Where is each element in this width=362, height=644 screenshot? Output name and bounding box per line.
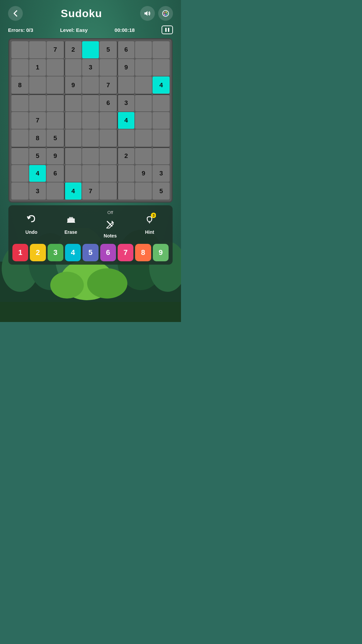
undo-button[interactable]: Undo <box>23 210 40 235</box>
sudoku-cell[interactable] <box>100 165 117 182</box>
sudoku-cell[interactable]: 7 <box>100 76 117 94</box>
sudoku-cell[interactable] <box>47 76 64 94</box>
sudoku-cell[interactable]: 4 <box>64 182 81 200</box>
sudoku-cell[interactable] <box>135 94 152 111</box>
sudoku-cell[interactable] <box>153 41 170 58</box>
sudoku-cell[interactable] <box>64 147 81 164</box>
sudoku-cell[interactable]: 7 <box>47 41 64 58</box>
num-button-6[interactable]: 6 <box>100 244 116 261</box>
sudoku-cell[interactable]: 4 <box>117 112 134 129</box>
sudoku-grid[interactable]: 7256139897463748559246933475 <box>11 41 170 200</box>
sound-button[interactable] <box>140 6 155 21</box>
hint-button[interactable]: 3 Hint <box>141 210 158 235</box>
sudoku-cell[interactable]: 9 <box>117 59 134 76</box>
sudoku-cell[interactable] <box>11 59 28 76</box>
pause-button[interactable] <box>162 25 173 34</box>
sudoku-cell[interactable]: 6 <box>100 94 117 111</box>
sudoku-cell[interactable] <box>153 147 170 164</box>
sudoku-cell[interactable]: 3 <box>29 182 46 200</box>
sudoku-cell[interactable]: 6 <box>47 165 64 182</box>
sudoku-cell[interactable]: 4 <box>29 165 46 182</box>
sudoku-cell[interactable]: 7 <box>82 182 99 200</box>
sudoku-cell[interactable] <box>11 165 28 182</box>
sudoku-cell[interactable] <box>47 112 64 129</box>
sudoku-cell[interactable] <box>135 59 152 76</box>
sudoku-cell[interactable] <box>135 41 152 58</box>
sudoku-cell[interactable]: 2 <box>117 147 134 164</box>
sudoku-cell[interactable]: 9 <box>135 165 152 182</box>
sudoku-cell[interactable] <box>82 41 99 58</box>
back-button[interactable] <box>8 6 23 21</box>
sudoku-cell[interactable] <box>135 76 152 94</box>
sudoku-cell[interactable]: 2 <box>64 41 81 58</box>
sudoku-cell[interactable] <box>117 182 134 200</box>
sudoku-cell[interactable]: 7 <box>29 112 46 129</box>
erase-button[interactable]: Erase <box>62 210 79 235</box>
sudoku-cell[interactable] <box>29 94 46 111</box>
sudoku-cell[interactable] <box>11 129 28 147</box>
sudoku-cell[interactable] <box>100 59 117 76</box>
sudoku-cell[interactable]: 5 <box>47 129 64 147</box>
sudoku-cell[interactable] <box>11 94 28 111</box>
sudoku-cell[interactable] <box>47 59 64 76</box>
sudoku-cell[interactable] <box>64 129 81 147</box>
sudoku-cell[interactable] <box>153 59 170 76</box>
sudoku-cell[interactable]: 6 <box>117 41 134 58</box>
sudoku-cell[interactable] <box>29 41 46 58</box>
sudoku-cell[interactable] <box>117 76 134 94</box>
sudoku-cell[interactable]: 3 <box>117 94 134 111</box>
sudoku-cell[interactable] <box>135 112 152 129</box>
sudoku-cell[interactable] <box>47 182 64 200</box>
sudoku-cell[interactable] <box>11 112 28 129</box>
sudoku-cell[interactable]: 8 <box>11 76 28 94</box>
sudoku-cell[interactable] <box>82 112 99 129</box>
num-button-2[interactable]: 2 <box>30 244 46 261</box>
sudoku-cell[interactable] <box>117 165 134 182</box>
sudoku-cell[interactable] <box>82 94 99 111</box>
sudoku-cell[interactable] <box>64 112 81 129</box>
sudoku-cell[interactable] <box>11 41 28 58</box>
sudoku-cell[interactable] <box>47 94 64 111</box>
sudoku-cell[interactable]: 4 <box>153 76 170 94</box>
sudoku-cell[interactable] <box>82 129 99 147</box>
notes-button[interactable]: Off Notes <box>102 210 119 238</box>
sudoku-cell[interactable] <box>82 165 99 182</box>
num-button-8[interactable]: 8 <box>135 244 151 261</box>
num-button-1[interactable]: 1 <box>12 244 28 261</box>
sudoku-cell[interactable]: 9 <box>47 147 64 164</box>
sudoku-cell[interactable] <box>100 129 117 147</box>
sudoku-cell[interactable] <box>11 147 28 164</box>
num-button-3[interactable]: 3 <box>48 244 63 261</box>
sudoku-cell[interactable] <box>100 182 117 200</box>
sudoku-cell[interactable] <box>100 147 117 164</box>
sudoku-cell[interactable] <box>153 94 170 111</box>
sudoku-cell[interactable] <box>117 129 134 147</box>
sudoku-cell[interactable] <box>135 129 152 147</box>
num-button-9[interactable]: 9 <box>153 244 169 261</box>
num-button-7[interactable]: 7 <box>118 244 133 261</box>
sudoku-cell[interactable]: 8 <box>29 129 46 147</box>
sudoku-cell[interactable]: 3 <box>153 165 170 182</box>
sudoku-cell[interactable] <box>64 59 81 76</box>
palette-button[interactable] <box>158 6 173 21</box>
sudoku-cell[interactable] <box>153 129 170 147</box>
num-button-4[interactable]: 4 <box>65 244 81 261</box>
sudoku-cell[interactable] <box>64 94 81 111</box>
sudoku-cell[interactable] <box>82 147 99 164</box>
num-button-5[interactable]: 5 <box>82 244 98 261</box>
sudoku-cell[interactable] <box>11 182 28 200</box>
sudoku-cell[interactable] <box>82 76 99 94</box>
sudoku-cell[interactable]: 5 <box>29 147 46 164</box>
sudoku-cell[interactable] <box>100 112 117 129</box>
sudoku-cell[interactable]: 3 <box>82 59 99 76</box>
sudoku-cell[interactable]: 1 <box>29 59 46 76</box>
sudoku-cell[interactable]: 5 <box>153 182 170 200</box>
number-pad: 123456789 <box>12 244 169 261</box>
sudoku-cell[interactable]: 5 <box>100 41 117 58</box>
sudoku-cell[interactable] <box>135 182 152 200</box>
sudoku-cell[interactable] <box>29 76 46 94</box>
sudoku-cell[interactable] <box>153 112 170 129</box>
sudoku-cell[interactable] <box>135 147 152 164</box>
sudoku-cell[interactable] <box>64 165 81 182</box>
sudoku-cell[interactable]: 9 <box>64 76 81 94</box>
